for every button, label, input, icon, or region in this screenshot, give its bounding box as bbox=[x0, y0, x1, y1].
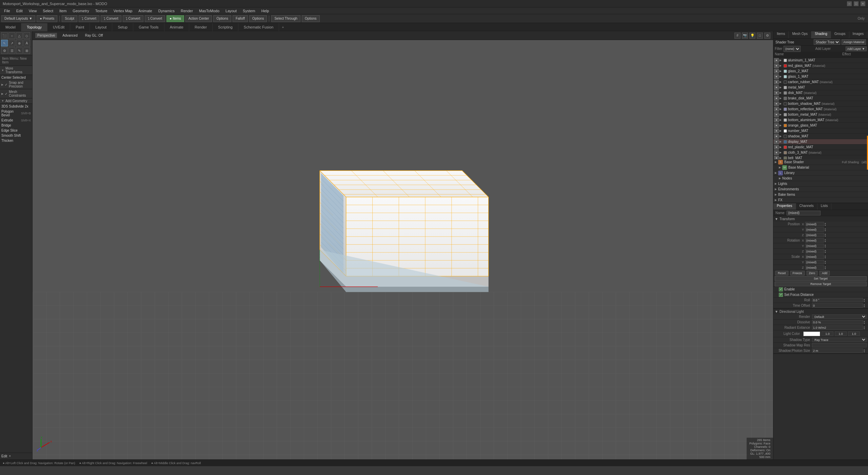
viewport-tab-advanced[interactable]: Advanced bbox=[60, 33, 79, 38]
shader-tree-select[interactable]: Shader Tree bbox=[814, 39, 840, 45]
tool-icon-arrow-tr[interactable]: ↗ bbox=[8, 40, 15, 46]
material-row-brake-disk[interactable]: ● ▶ brake_disk_MAT bbox=[773, 96, 868, 101]
viewport-tab-perspective[interactable]: Perspective bbox=[35, 33, 57, 38]
menu-dynamics[interactable]: Dynamics bbox=[156, 8, 177, 13]
scale-x-input[interactable] bbox=[805, 254, 824, 259]
items-button[interactable]: ● Items bbox=[166, 15, 184, 22]
material-row-red-plastic[interactable]: ● ▶ red_plastic_MAT bbox=[773, 145, 868, 150]
pos-y-down[interactable]: ▼ bbox=[824, 230, 828, 232]
shadow-photon-input[interactable] bbox=[812, 348, 863, 353]
dissolve-input[interactable] bbox=[812, 320, 863, 324]
rotation-z-input[interactable] bbox=[805, 249, 824, 253]
snap-precision-header[interactable]: ▶ ✓ Snap and Precision bbox=[0, 80, 32, 89]
directional-light-header[interactable]: ▼ Directional Light bbox=[773, 309, 868, 314]
material-row-belt[interactable]: ● ▶ belt_MAT bbox=[773, 155, 868, 159]
mat-eye-bottom-shadow[interactable]: ● bbox=[774, 101, 779, 106]
mat-eye-carbon[interactable]: ● bbox=[774, 80, 779, 84]
light-color-g[interactable] bbox=[835, 331, 847, 336]
menu-vertex-map[interactable]: Vertex Map bbox=[111, 8, 135, 13]
material-row-display[interactable]: ● ▶ display_MAT bbox=[773, 139, 868, 145]
tree-fx[interactable]: ▶ FX bbox=[773, 197, 868, 203]
position-x-input[interactable] bbox=[805, 222, 824, 226]
mat-eye-aluminum[interactable]: ● bbox=[774, 58, 779, 63]
maximize-button[interactable]: □ bbox=[854, 1, 859, 6]
light-color-swatch[interactable] bbox=[803, 331, 820, 336]
tool-icon-triangle[interactable]: △ bbox=[16, 32, 23, 39]
tree-nodes[interactable]: ▶ Nodes bbox=[773, 176, 868, 181]
mat-eye-bottom-ref[interactable]: ● bbox=[774, 107, 779, 112]
light-color-b[interactable] bbox=[848, 331, 860, 336]
menu-item[interactable]: Item bbox=[57, 8, 69, 13]
rp-tab-images[interactable]: Images bbox=[849, 31, 868, 38]
material-row-cloth3[interactable]: ● ▶ cloth_3_MAT (Material) bbox=[773, 150, 868, 155]
menu-select[interactable]: Select bbox=[40, 8, 56, 13]
mat-eye-disk[interactable]: ● bbox=[774, 91, 779, 95]
tab-game-tools[interactable]: Game Tools bbox=[133, 23, 164, 31]
mesh-constraints-header[interactable]: ▶ ✓ Mesh Constraints bbox=[0, 89, 32, 98]
tool-bridge[interactable]: Bridge bbox=[0, 123, 32, 128]
options-button-1[interactable]: Options bbox=[213, 15, 231, 22]
material-row-bottom-metal[interactable]: ● ▶ bottom_metal_MAT (Material) bbox=[773, 112, 868, 117]
pos-z-down[interactable]: ▼ bbox=[824, 235, 828, 237]
convert-button-1[interactable]: ⤵ Convert bbox=[79, 15, 99, 22]
tree-lights[interactable]: ▶ Lights bbox=[773, 181, 868, 187]
position-z-input[interactable] bbox=[805, 233, 824, 237]
light-color-r[interactable] bbox=[822, 331, 833, 336]
menu-view[interactable]: View bbox=[26, 8, 40, 13]
tree-environments[interactable]: ▶ Environments bbox=[773, 187, 868, 192]
viewport-icon-wireframe[interactable]: □ bbox=[757, 33, 763, 39]
set-target-button[interactable]: Set Target bbox=[775, 276, 867, 281]
center-selected-btn[interactable]: Center Selected bbox=[0, 75, 32, 80]
viewport-icon-camera[interactable]: 📷 bbox=[742, 33, 748, 39]
roll-input[interactable] bbox=[812, 298, 863, 302]
menu-geometry[interactable]: Geometry bbox=[70, 8, 92, 13]
tree-base-shader[interactable]: ▶ S Base Shader Full Shading (all) bbox=[773, 159, 868, 165]
menu-edit[interactable]: Edit bbox=[14, 8, 25, 13]
mat-eye-bottom-alum[interactable]: ● bbox=[774, 118, 779, 122]
options-button-3[interactable]: Options bbox=[302, 15, 319, 22]
mat-eye-glass2[interactable]: ● bbox=[774, 69, 779, 74]
enable-checkbox[interactable]: ✓ bbox=[779, 287, 783, 291]
add-tab-button[interactable]: + bbox=[279, 24, 287, 30]
presets-button[interactable]: ● Presets bbox=[37, 15, 57, 22]
tab-paint[interactable]: Paint bbox=[70, 23, 90, 31]
material-row-metal[interactable]: ● ▶ metal_MAT bbox=[773, 85, 868, 90]
viewport-icon-grid[interactable]: # bbox=[734, 33, 741, 39]
zero-button[interactable]: Zero bbox=[807, 271, 818, 276]
tab-animate[interactable]: Animate bbox=[164, 23, 189, 31]
material-row-disk[interactable]: ● ▶ disk_MAT (Material) bbox=[773, 90, 868, 96]
props-tab-properties[interactable]: Properties bbox=[773, 203, 796, 210]
tool-icon-arrow-tl[interactable]: ↖ bbox=[1, 40, 8, 46]
menu-help[interactable]: Help bbox=[259, 8, 272, 13]
rotation-y-input[interactable] bbox=[805, 244, 824, 248]
material-row-carbon-rubber[interactable]: ● ▶ carbon_rubber_MAT (Material) bbox=[773, 79, 868, 85]
mat-eye-brake[interactable]: ● bbox=[774, 96, 779, 101]
material-row-red-glass[interactable]: ● ▶ red_glass_MAT (Material) bbox=[773, 63, 868, 69]
tool-polygon-bevel[interactable]: Polygon Bevel Shift+B bbox=[0, 109, 32, 118]
mat-eye-metal[interactable]: ● bbox=[774, 85, 779, 90]
mat-eye-belt[interactable]: ● bbox=[774, 156, 779, 160]
rotation-x-input[interactable] bbox=[805, 238, 824, 243]
radiant-input[interactable] bbox=[812, 325, 863, 330]
position-y-input[interactable] bbox=[805, 227, 824, 232]
mat-eye-red-glass[interactable]: ● bbox=[774, 63, 779, 68]
rp-tab-items[interactable]: Items bbox=[773, 31, 789, 38]
props-name-input[interactable] bbox=[787, 211, 821, 215]
freeze-button[interactable]: Freeze bbox=[790, 271, 805, 276]
tool-icon-text[interactable]: A bbox=[23, 40, 30, 46]
tool-icon-layers[interactable]: ☰ bbox=[8, 47, 15, 54]
material-row-glass1[interactable]: ● ▶ glass_1_MAT bbox=[773, 74, 868, 79]
tab-uvedit[interactable]: UVEdit bbox=[47, 23, 70, 31]
convert-button-4[interactable]: ⤵ Convert bbox=[145, 15, 165, 22]
tab-schematic-fusion[interactable]: Schematic Fusion bbox=[238, 23, 279, 31]
rp-tab-shading[interactable]: Shading bbox=[811, 31, 831, 38]
scale-z-input[interactable] bbox=[805, 265, 824, 270]
tool-3ds-subdivide[interactable]: 3DS Subdivide 2x bbox=[0, 104, 32, 109]
material-row-bottom-aluminium[interactable]: ● ▶ bottom_aluminium_MAT (Material) bbox=[773, 117, 868, 123]
remove-target-button[interactable]: Remove Target bbox=[775, 282, 867, 286]
minimize-button[interactable]: – bbox=[847, 1, 852, 6]
sculpt-button[interactable]: Sculpt bbox=[62, 15, 77, 22]
convert-button-3[interactable]: ⤵ Convert bbox=[123, 15, 143, 22]
close-button[interactable]: × bbox=[861, 1, 865, 6]
action-center-button[interactable]: Action Center bbox=[185, 15, 212, 22]
